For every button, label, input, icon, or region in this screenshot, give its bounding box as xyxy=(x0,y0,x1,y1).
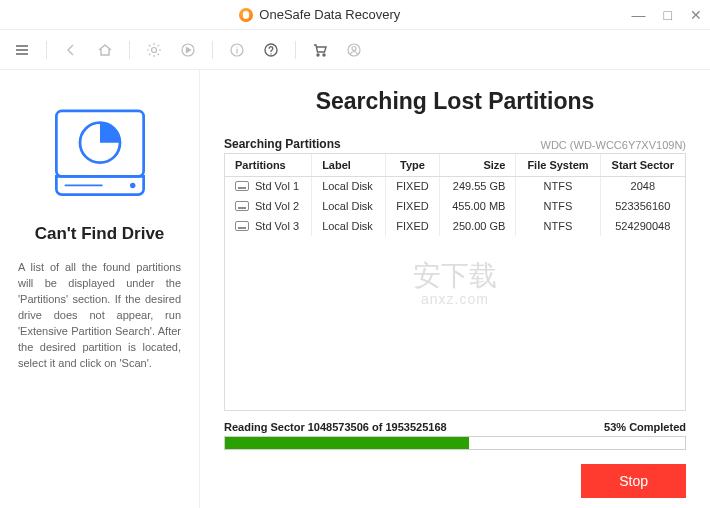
col-fs[interactable]: File System xyxy=(516,154,600,176)
play-icon[interactable] xyxy=(174,36,202,64)
gear-icon[interactable] xyxy=(140,36,168,64)
footer: Stop xyxy=(224,464,686,498)
col-partitions[interactable]: Partitions xyxy=(225,154,312,176)
toolbar-sep xyxy=(295,41,296,59)
watermark: 安下载 anxz.com xyxy=(413,261,497,307)
disk-mini-icon xyxy=(235,201,249,211)
minimize-button[interactable]: — xyxy=(632,8,646,22)
window-controls: — □ ✕ xyxy=(632,8,702,22)
svg-point-4 xyxy=(317,54,319,56)
table-subtitle: Searching Partitions xyxy=(224,137,341,151)
toolbar-sep xyxy=(212,41,213,59)
side-panel: Can't Find Drive A list of all the found… xyxy=(0,70,200,508)
stop-button[interactable]: Stop xyxy=(581,464,686,498)
progress-label: Reading Sector 1048573506 of 1953525168 xyxy=(224,421,447,433)
app-title-wrap: OneSafe Data Recovery xyxy=(8,7,632,22)
disk-mini-icon xyxy=(235,221,249,231)
col-type[interactable]: Type xyxy=(385,154,440,176)
help-icon[interactable] xyxy=(257,36,285,64)
col-label[interactable]: Label xyxy=(312,154,386,176)
watermark-text: 安下载 xyxy=(413,260,497,291)
col-start[interactable]: Start Sector xyxy=(600,154,685,176)
menu-icon[interactable] xyxy=(8,36,36,64)
back-icon[interactable] xyxy=(57,36,85,64)
table-row[interactable]: Std Vol 3Local DiskFIXED250.00 GBNTFS524… xyxy=(225,216,685,236)
side-description: A list of all the found partitions will … xyxy=(18,260,181,372)
progress-bar xyxy=(224,436,686,450)
side-heading: Can't Find Drive xyxy=(18,224,181,244)
info-icon[interactable] xyxy=(223,36,251,64)
partition-table: Partitions Label Type Size File System S… xyxy=(225,154,685,236)
close-button[interactable]: ✕ xyxy=(690,8,702,22)
home-icon[interactable] xyxy=(91,36,119,64)
user-icon[interactable] xyxy=(340,36,368,64)
table-row[interactable]: Std Vol 2Local DiskFIXED455.00 MBNTFS523… xyxy=(225,196,685,216)
disk-mini-icon xyxy=(235,181,249,191)
drive-illustration-icon xyxy=(45,100,155,200)
content-panel: Searching Lost Partitions Searching Part… xyxy=(200,70,710,508)
titlebar: OneSafe Data Recovery — □ ✕ xyxy=(0,0,710,30)
partition-table-wrap: Partitions Label Type Size File System S… xyxy=(224,153,686,411)
svg-point-5 xyxy=(323,54,325,56)
maximize-button[interactable]: □ xyxy=(664,8,672,22)
toolbar-sep xyxy=(129,41,130,59)
toolbar-sep xyxy=(46,41,47,59)
col-size[interactable]: Size xyxy=(440,154,516,176)
app-title: OneSafe Data Recovery xyxy=(259,7,400,22)
table-header-row: Searching Partitions WDC (WD-WCC6Y7XV109… xyxy=(224,137,686,151)
svg-point-9 xyxy=(130,183,135,188)
table-row[interactable]: Std Vol 1Local DiskFIXED249.55 GBNTFS204… xyxy=(225,176,685,196)
svg-point-7 xyxy=(352,46,356,50)
toolbar xyxy=(0,30,710,70)
page-title: Searching Lost Partitions xyxy=(224,88,686,115)
progress-label-row: Reading Sector 1048573506 of 1953525168 … xyxy=(224,421,686,433)
progress-percent: 53% Completed xyxy=(604,421,686,433)
watermark-domain: anxz.com xyxy=(413,292,497,307)
disk-id: WDC (WD-WCC6Y7XV109N) xyxy=(541,139,686,151)
cart-icon[interactable] xyxy=(306,36,334,64)
svg-point-0 xyxy=(152,47,157,52)
progress-fill xyxy=(225,437,469,449)
app-logo-icon xyxy=(239,8,253,22)
